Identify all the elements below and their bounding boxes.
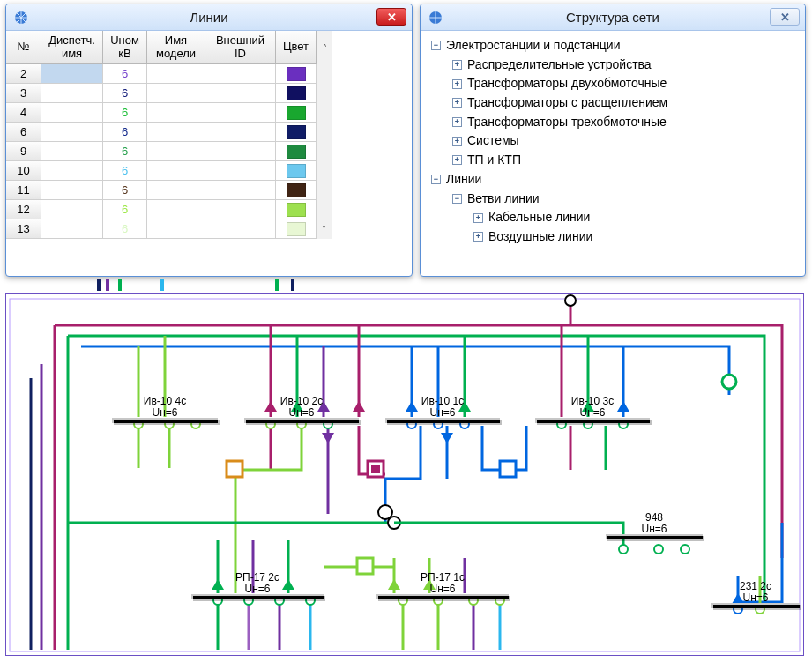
cell-model[interactable] (147, 142, 205, 161)
cell-dispatch-name[interactable] (41, 200, 103, 219)
scroll-track[interactable] (317, 200, 332, 219)
tree-node-air[interactable]: + Воздушные линии (428, 227, 798, 247)
busbar-rp17-2c[interactable]: РП-17 2сUн=6 (191, 572, 324, 599)
busbar-iv10-2c[interactable]: Ив-10 2сUн=6 (244, 396, 359, 423)
scroll-track[interactable] (317, 64, 332, 84)
cell-extid[interactable] (205, 64, 276, 84)
cell-model[interactable] (147, 200, 205, 219)
busbar-iv10-1c[interactable]: Ив-10 1сUн=6 (385, 396, 500, 423)
row-number[interactable]: 6 (6, 123, 41, 142)
cell-unom[interactable]: 6 (103, 200, 147, 219)
cell-dispatch-name[interactable] (41, 64, 103, 84)
expand-icon[interactable]: + (452, 137, 462, 146)
cell-color-swatch[interactable] (276, 200, 317, 219)
col-unom[interactable]: Uном кВ (103, 31, 147, 64)
cell-color-swatch[interactable] (276, 181, 317, 200)
tree-node-trans3[interactable]: + Трансформаторы трехобмоточные (428, 113, 798, 132)
cell-color-swatch[interactable] (276, 123, 317, 142)
expand-icon[interactable]: + (452, 155, 462, 165)
expand-icon[interactable]: + (473, 213, 483, 223)
collapse-icon[interactable]: − (431, 41, 441, 50)
network-diagram[interactable]: Ив-10 4сUн=6Ив-10 2сUн=6Ив-10 1сUн=6Ив-1… (5, 293, 804, 656)
row-number[interactable]: 10 (6, 161, 41, 181)
cell-unom[interactable]: 6 (103, 84, 147, 103)
row-number[interactable]: 13 (6, 219, 41, 239)
cell-dispatch-name[interactable] (41, 219, 103, 239)
cell-extid[interactable] (205, 161, 276, 181)
cell-model[interactable] (147, 161, 205, 181)
cell-dispatch-name[interactable] (41, 161, 103, 181)
structure-close-button[interactable]: ✕ (770, 8, 800, 26)
cell-unom[interactable]: 6 (103, 123, 147, 142)
cell-color-swatch[interactable] (276, 142, 317, 161)
cell-dispatch-name[interactable] (41, 103, 103, 123)
cell-extid[interactable] (205, 142, 276, 161)
expand-icon[interactable]: + (452, 98, 462, 108)
busbar-iv10-3c[interactable]: Ив-10 3сUн=6 (535, 396, 650, 423)
cell-extid[interactable] (205, 219, 276, 239)
row-number[interactable]: 2 (6, 64, 41, 84)
cell-color-swatch[interactable] (276, 103, 317, 123)
scroll-track[interactable] (317, 123, 332, 142)
cell-dispatch-name[interactable] (41, 181, 103, 200)
col-extid[interactable]: Внешний ID (205, 31, 276, 64)
cell-unom[interactable]: 6 (103, 103, 147, 123)
row-number[interactable]: 4 (6, 103, 41, 123)
col-disp[interactable]: Диспетч. имя (41, 31, 103, 64)
cell-extid[interactable] (205, 103, 276, 123)
expand-icon[interactable]: + (473, 232, 483, 242)
cell-dispatch-name[interactable] (41, 123, 103, 142)
scroll-track[interactable]: ˅ (317, 219, 332, 239)
cell-model[interactable] (147, 103, 205, 123)
row-number[interactable]: 12 (6, 200, 41, 219)
busbar-iv10-4c[interactable]: Ив-10 4сUн=6 (112, 396, 218, 423)
tree-node-tp[interactable]: + ТП и КТП (428, 151, 798, 170)
tree-node-systems[interactable]: + Системы (428, 131, 798, 151)
cell-unom[interactable]: 6 (103, 142, 147, 161)
scroll-track[interactable] (317, 142, 332, 161)
cell-model[interactable] (147, 219, 205, 239)
cell-model[interactable] (147, 181, 205, 200)
row-number[interactable]: 9 (6, 142, 41, 161)
cell-color-swatch[interactable] (276, 84, 317, 103)
tree-node-cable[interactable]: + Кабельные линии (428, 208, 798, 227)
cell-unom[interactable]: 6 (103, 161, 147, 181)
busbar-b231-2c[interactable]: 231 2сUн=6 (711, 581, 800, 608)
expand-icon[interactable]: + (452, 79, 462, 89)
cell-extid[interactable] (205, 200, 276, 219)
cell-unom[interactable]: 6 (103, 64, 147, 84)
col-model[interactable]: Имя модели (147, 31, 205, 64)
tree-node-stations[interactable]: − Электростанции и подстанции (428, 36, 798, 56)
cell-model[interactable] (147, 84, 205, 103)
cell-dispatch-name[interactable] (41, 142, 103, 161)
tree-node-lines[interactable]: − Линии (428, 170, 798, 190)
tree-node-trans2[interactable]: + Трансформаторы двухобмоточные (428, 74, 798, 93)
collapse-icon[interactable]: − (431, 175, 441, 184)
cell-color-swatch[interactable] (276, 64, 317, 84)
cell-extid[interactable] (205, 84, 276, 103)
scroll-up[interactable]: ˄ (317, 31, 332, 64)
col-num[interactable]: № (6, 31, 41, 64)
cell-dispatch-name[interactable] (41, 84, 103, 103)
tree-node-trans-split[interactable]: + Трансформаторы с расщеплением (428, 93, 798, 113)
cell-color-swatch[interactable] (276, 219, 317, 239)
row-number[interactable]: 3 (6, 84, 41, 103)
col-color[interactable]: Цвет (276, 31, 317, 64)
busbar-rp17-1c[interactable]: РП-17 1сUн=6 (376, 572, 509, 599)
expand-icon[interactable]: + (452, 60, 462, 70)
collapse-icon[interactable]: − (452, 194, 462, 204)
busbar-b948[interactable]: 948Uн=6 (606, 512, 703, 539)
cell-model[interactable] (147, 64, 205, 84)
cell-color-swatch[interactable] (276, 161, 317, 181)
cell-extid[interactable] (205, 123, 276, 142)
structure-titlebar[interactable]: Структура сети ✕ (421, 4, 805, 31)
scroll-track[interactable] (317, 84, 332, 103)
tree-node-branches[interactable]: − Ветви линии (428, 190, 798, 209)
tree-node-ru[interactable]: + Распределительные устройства (428, 56, 798, 75)
scroll-track[interactable] (317, 181, 332, 200)
cell-unom[interactable]: 6 (103, 219, 147, 239)
cell-model[interactable] (147, 123, 205, 142)
scroll-track[interactable] (317, 103, 332, 123)
lines-close-button[interactable]: ✕ (376, 8, 406, 26)
cell-extid[interactable] (205, 181, 276, 200)
